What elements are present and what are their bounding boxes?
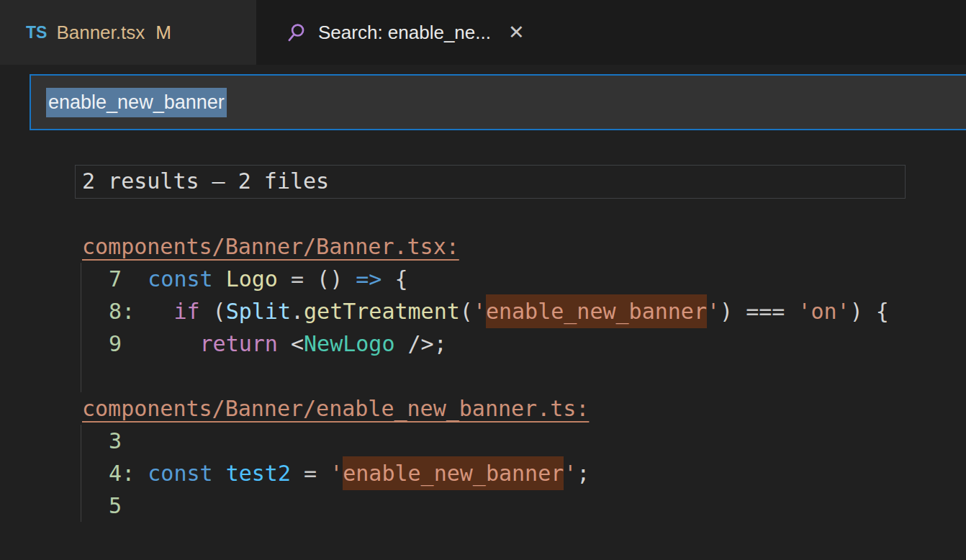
code-segment — [278, 266, 291, 292]
code-segment: test2 — [226, 461, 291, 486]
code-segment: = — [291, 266, 304, 292]
file-link[interactable]: components/Banner/enable_new_banner.ts: — [82, 396, 589, 421]
line-number: 8: — [83, 299, 135, 324]
code-segment: ' — [330, 461, 343, 486]
match-highlight: enable_new_banner — [486, 294, 707, 328]
code-segment: /> — [395, 331, 434, 356]
close-icon[interactable]: ✕ — [508, 21, 525, 44]
code-segment — [317, 461, 330, 486]
code-segment: () — [304, 266, 356, 292]
code-line[interactable]: 9 return <NewLogo />; — [83, 328, 966, 360]
code-segment: getTreatment — [304, 299, 460, 324]
code-segment: ) — [720, 299, 746, 324]
tab-banner-tsx[interactable]: TS Banner.tsx M — [0, 0, 256, 65]
code-segment: . — [291, 299, 304, 324]
code-segment: ( — [460, 299, 473, 324]
line-number: 5 — [83, 493, 122, 518]
code-segment — [213, 461, 226, 486]
results-summary[interactable]: 2 results — 2 files — [75, 165, 906, 199]
tab-label: Search: enable_ne... — [318, 22, 491, 44]
result-block: 3 4: const test2 = 'enable_new_banner'; … — [81, 425, 966, 522]
code-segment: return — [200, 331, 278, 356]
line-number: 9 — [83, 331, 122, 356]
code-segment: ' — [473, 299, 486, 324]
code-segment: Logo — [226, 266, 278, 292]
code-segment: = — [304, 461, 317, 486]
line-number: 3 — [83, 428, 122, 453]
code-segment: { — [382, 266, 407, 292]
code-segment: === — [746, 299, 785, 324]
file-path-heading: components/Banner/enable_new_banner.ts: — [0, 392, 966, 425]
search-query-selected-text: enable_new_banner — [46, 88, 227, 117]
code-segment: const — [148, 266, 212, 292]
tab-search-editor[interactable]: Search: enable_ne... ✕ — [256, 0, 546, 65]
typescript-icon: TS — [26, 23, 47, 42]
file-link[interactable]: components/Banner/Banner.tsx: — [82, 234, 459, 259]
match-highlight: enable_new_banner — [343, 456, 564, 490]
code-segment: ; — [434, 331, 447, 356]
code-segment: ; — [577, 461, 590, 486]
code-segment — [135, 299, 173, 324]
code-segment: NewLogo — [304, 331, 394, 356]
files-container: components/Banner/Banner.tsx: 7 const Lo… — [0, 230, 966, 522]
line-number: 7 — [83, 266, 148, 292]
code-segment — [291, 461, 304, 486]
code-segment: const — [148, 461, 212, 486]
code-segment: 'on' — [798, 299, 849, 324]
code-segment: ' — [564, 461, 577, 486]
modified-badge: M — [155, 22, 171, 44]
code-segment: < — [278, 331, 304, 356]
code-line[interactable]: 7 const Logo = () => { — [83, 263, 966, 295]
code-segment: ( — [200, 299, 226, 324]
code-segment: ' — [707, 299, 720, 324]
code-line[interactable]: 4: const test2 = 'enable_new_banner'; — [83, 457, 966, 489]
search-results-editor: 2 results — 2 files components/Banner/Ba… — [0, 166, 966, 522]
code-line[interactable]: 5 — [83, 489, 966, 522]
code-segment: if — [173, 299, 199, 324]
code-segment: ) { — [850, 299, 889, 324]
file-path-heading: components/Banner/Banner.tsx: — [0, 230, 966, 263]
code-segment — [122, 331, 199, 356]
code-line[interactable]: 8: if (Split.getTreatment('enable_new_ba… — [83, 295, 966, 328]
results-summary-row: 2 results — 2 files — [0, 166, 966, 198]
tab-label: Banner.tsx — [56, 22, 145, 44]
code-segment: => — [356, 266, 382, 292]
code-segment — [213, 266, 226, 292]
result-block: 7 const Logo = () => { 8: if (Split.getT… — [81, 263, 966, 392]
line-number: 4: — [83, 461, 135, 486]
editor-tab-bar: TS Banner.tsx M Search: enable_ne... ✕ — [0, 0, 966, 65]
code-segment — [135, 461, 148, 486]
blank-line — [0, 198, 966, 230]
code-line[interactable]: 3 — [83, 425, 966, 457]
search-query-input[interactable]: enable_new_banner — [30, 74, 966, 130]
code-segment: Split — [226, 299, 291, 324]
code-segment — [785, 299, 798, 324]
search-icon — [285, 21, 308, 44]
blank-line — [83, 360, 966, 392]
